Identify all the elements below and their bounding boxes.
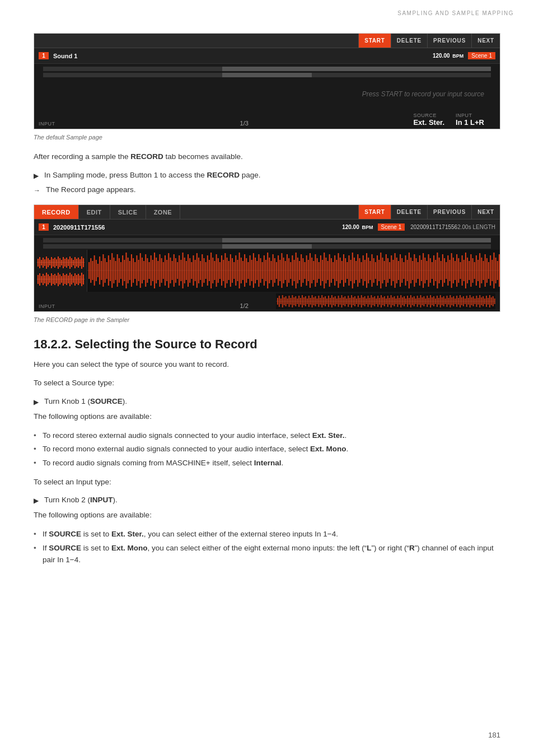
svg-rect-376 <box>410 295 411 307</box>
svg-rect-224 <box>378 260 380 281</box>
svg-rect-230 <box>389 262 390 279</box>
svg-rect-314 <box>308 296 310 307</box>
tab-record[interactable]: RECORD <box>34 205 79 219</box>
svg-rect-77 <box>119 258 120 283</box>
svg-rect-207 <box>348 255 349 286</box>
svg-rect-315 <box>310 298 311 305</box>
svg-rect-125 <box>203 258 204 283</box>
scrollbar-1[interactable] <box>43 67 491 71</box>
start-button-2[interactable]: START <box>358 205 391 219</box>
svg-rect-202 <box>340 258 341 283</box>
previous-button-2[interactable]: PREVIOUS <box>427 205 471 219</box>
svg-rect-105 <box>168 253 169 288</box>
options-list-1: To record stereo external audio signals … <box>34 430 500 469</box>
svg-rect-323 <box>324 297 325 305</box>
svg-rect-399 <box>448 298 449 305</box>
next-button-2[interactable]: NEXT <box>471 205 500 219</box>
tab-zone[interactable]: ZONE <box>146 205 181 219</box>
svg-rect-269 <box>458 258 459 283</box>
svg-rect-287 <box>490 255 491 286</box>
previous-button[interactable]: PREVIOUS <box>427 34 471 48</box>
svg-rect-205 <box>345 258 346 283</box>
svg-rect-238 <box>403 262 404 279</box>
svg-rect-336 <box>345 296 346 306</box>
svg-rect-115 <box>186 261 187 280</box>
svg-rect-23 <box>74 257 76 268</box>
svg-rect-261 <box>444 258 445 283</box>
svg-rect-110 <box>177 262 178 279</box>
svg-rect-149 <box>246 258 247 283</box>
svg-rect-151 <box>250 255 251 286</box>
svg-rect-173 <box>288 258 289 283</box>
svg-rect-423 <box>488 298 489 305</box>
svg-rect-363 <box>389 298 390 305</box>
svg-rect-186 <box>311 258 312 283</box>
svg-rect-413 <box>471 297 472 305</box>
svg-rect-174 <box>290 262 291 279</box>
svg-rect-427 <box>494 298 495 304</box>
input-label-1: INPUT <box>456 113 484 118</box>
tab-slice[interactable]: SLICE <box>110 205 146 219</box>
option-1: To record stereo external audio signals … <box>34 430 500 442</box>
svg-rect-197 <box>331 258 332 283</box>
scrollbar-3[interactable] <box>43 238 491 242</box>
svg-rect-271 <box>462 255 463 286</box>
svg-rect-350 <box>368 296 369 307</box>
svg-rect-330 <box>335 296 336 306</box>
svg-rect-175 <box>292 255 293 286</box>
svg-rect-51 <box>73 276 74 283</box>
svg-rect-117 <box>189 258 190 283</box>
delete-button-2[interactable]: DELETE <box>391 205 427 219</box>
svg-rect-302 <box>289 296 290 307</box>
svg-rect-201 <box>338 253 339 288</box>
svg-rect-118 <box>191 262 192 279</box>
svg-rect-316 <box>312 295 313 307</box>
svg-rect-341 <box>353 297 354 305</box>
start-button[interactable]: START <box>358 34 391 48</box>
svg-rect-382 <box>420 295 421 307</box>
svg-rect-393 <box>438 298 439 305</box>
svg-rect-305 <box>294 297 295 305</box>
svg-rect-252 <box>428 254 429 287</box>
svg-rect-345 <box>359 298 360 305</box>
svg-rect-24 <box>76 259 77 267</box>
track-name2: 20200911T171556 <box>410 224 457 230</box>
scrollbar-thumb-1 <box>222 67 491 71</box>
scrollbar-2[interactable] <box>43 73 491 77</box>
svg-rect-154 <box>255 258 256 283</box>
scrollbar-4[interactable] <box>43 244 491 249</box>
svg-rect-344 <box>358 296 359 307</box>
delete-button[interactable]: DELETE <box>391 34 427 48</box>
svg-rect-138 <box>226 258 227 283</box>
svg-rect-101 <box>161 258 162 283</box>
svg-rect-419 <box>481 297 483 305</box>
waveform-container-2 <box>34 250 500 292</box>
svg-rect-272 <box>463 260 465 281</box>
svg-rect-108 <box>174 254 175 287</box>
svg-rect-366 <box>394 296 395 306</box>
svg-rect-227 <box>384 261 385 280</box>
svg-rect-146 <box>241 258 242 283</box>
svg-rect-260 <box>442 254 443 287</box>
svg-rect-307 <box>297 298 298 304</box>
tab-edit[interactable]: EDIT <box>79 205 110 219</box>
svg-rect-354 <box>374 296 376 306</box>
svg-rect-418 <box>480 295 481 307</box>
arrow-icon-4: ▶ <box>34 496 39 506</box>
svg-rect-394 <box>440 295 441 307</box>
track-name-2: 20200911T171556 <box>53 224 342 231</box>
svg-rect-296 <box>279 296 280 307</box>
option-4: If SOURCE is set to Ext. Ster., you can … <box>34 528 500 540</box>
svg-rect-258 <box>439 258 440 283</box>
svg-rect-165 <box>274 258 275 283</box>
svg-rect-370 <box>401 295 402 307</box>
svg-rect-313 <box>307 298 308 304</box>
svg-rect-1 <box>38 259 39 267</box>
svg-rect-277 <box>472 258 474 283</box>
svg-rect-223 <box>377 255 378 286</box>
track-bpm: 120.00 BPM <box>433 53 463 59</box>
next-button[interactable]: NEXT <box>471 34 500 48</box>
svg-rect-92 <box>145 254 146 287</box>
svg-rect-120 <box>195 260 196 281</box>
svg-rect-65 <box>97 264 99 277</box>
